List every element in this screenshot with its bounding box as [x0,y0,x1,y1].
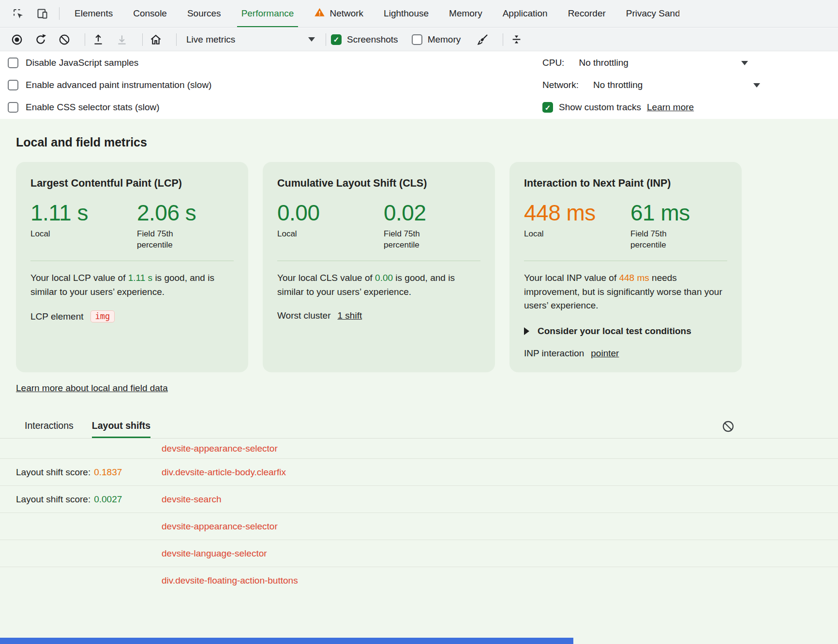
chevron-down-icon [308,37,315,42]
tab-memory[interactable]: Memory [439,0,493,28]
collect-garbage-icon[interactable] [508,31,524,48]
divider [326,33,326,46]
clear-icon[interactable] [56,31,73,48]
tab-sources[interactable]: Sources [177,0,231,28]
tab-performance[interactable]: Performance [231,0,304,28]
shifts-tabbar: Interactions Layout shifts [0,415,838,439]
inp-field-value: 61 ms [630,201,691,224]
inp-local-value: 448 ms [524,201,630,224]
inp-field-label: Field 75th percentile [630,229,691,251]
layout-shifts-table: devsite-appearance-selector Layout shift… [0,439,838,594]
inp-card-title: Interaction to Next Paint (INP) [524,177,727,190]
local-test-conditions-expander[interactable]: Consider your local test conditions [524,326,727,337]
worst-cluster-link[interactable]: 1 shift [338,310,362,321]
show-custom-tracks-label: Show custom tracks [559,102,641,113]
local-field-data-learn-more-link[interactable]: Learn more about local and field data [16,383,168,394]
css-selector-stats-checkbox[interactable] [8,102,18,113]
tab-layout-shifts[interactable]: Layout shifts [92,415,150,438]
cpu-label: CPU: [542,58,564,68]
cls-card: Cumulative Layout Shift (CLS) 0.00 Local… [263,162,495,372]
warning-icon [314,7,325,20]
screenshots-checkbox[interactable]: ✓ [331,34,342,45]
disable-js-samples-checkbox[interactable] [8,58,18,68]
cls-field-label: Field 75th percentile [384,229,444,251]
lcp-card: Largest Contentful Paint (LCP) 1.11 s Lo… [16,162,248,372]
lcp-element-node-link[interactable]: img [90,310,115,322]
table-row[interactable]: Layout shift score:0.0027 devsite-search [0,486,838,513]
advanced-paint-label: Enable advanced paint instrumentation (s… [26,80,211,90]
inp-description: Your local INP value of 448 ms needs imp… [524,271,727,313]
device-toolbar-icon[interactable] [33,5,51,22]
option-row: Enable CSS selector stats (slow) ✓ Show … [0,96,838,118]
table-row[interactable]: devsite-language-selector [0,540,838,567]
shift-score-value: 0.1837 [94,467,122,477]
shift-element-link[interactable]: devsite-appearance-selector [162,521,278,532]
table-row[interactable]: devsite-appearance-selector [0,513,838,540]
cpu-throttling-select[interactable]: CPU: No throttling [542,52,748,74]
screenshots-checkbox-group[interactable]: ✓ Screenshots [331,34,398,45]
divider [30,261,234,261]
lcp-field-value: 2.06 s [137,201,197,224]
tab-interactions[interactable]: Interactions [25,415,74,438]
record-icon[interactable] [9,31,25,48]
table-row[interactable]: Layout shift score:0.1837 div.devsite-ar… [0,459,838,486]
divider [524,261,727,261]
advanced-paint-checkbox[interactable] [8,80,18,90]
tab-recorder[interactable]: Recorder [558,0,616,28]
tab-network[interactable]: Network [304,0,374,28]
table-row[interactable]: devsite-appearance-selector [0,439,838,459]
divider [142,33,143,46]
network-throttling-select[interactable]: Network: No throttling [542,74,760,96]
shift-element-link[interactable]: devsite-language-selector [162,548,267,559]
lcp-local-label: Local [30,229,91,240]
custom-tracks-group: ✓ Show custom tracks Learn more [542,96,694,118]
worst-cluster-label: Worst cluster [277,310,331,321]
show-custom-tracks-checkbox[interactable]: ✓ [542,102,553,113]
tab-privacy-sandbox[interactable]: Privacy Sandbox [616,0,689,28]
shift-element-link[interactable]: devsite-appearance-selector [162,443,278,454]
shift-element-link[interactable]: div.devsite-floating-action-buttons [162,575,298,586]
option-row: Enable advanced paint instrumentation (s… [0,74,838,96]
inp-interaction-link[interactable]: pointer [591,348,619,359]
expand-triangle-icon [524,327,529,335]
home-icon[interactable] [148,31,164,48]
table-row[interactable]: div.devsite-floating-action-buttons [0,567,838,594]
load-profile-icon[interactable] [90,31,106,48]
cleanup-brush-icon[interactable] [474,31,491,48]
divider [59,7,60,20]
lcp-description: Your local LCP value of 1.11 s is good, … [30,271,234,299]
cpu-value: No throttling [579,58,628,68]
lcp-local-value: 1.11 s [30,201,137,224]
save-profile-icon[interactable] [114,31,130,48]
tab-console[interactable]: Console [123,0,177,28]
memory-checkbox-group[interactable]: Memory [412,34,461,45]
css-selector-stats-label: Enable CSS selector stats (slow) [26,102,160,113]
tab-lighthouse[interactable]: Lighthouse [374,0,439,28]
divider [277,261,480,261]
page-title: Local and field metrics [16,135,147,149]
clear-shifts-icon[interactable] [721,419,735,434]
custom-tracks-learn-more-link[interactable]: Learn more [647,102,694,113]
cls-local-value: 0.00 [277,201,384,224]
bottom-blue-bar [0,638,573,644]
inspect-element-icon[interactable] [9,5,27,22]
chevron-down-icon [741,61,748,65]
cls-field-value: 0.02 [384,201,444,224]
chevron-down-icon [753,83,760,88]
lcp-element-label: LCP element [30,311,84,322]
divider [85,33,85,46]
cls-description: Your local CLS value of 0.00 is good, an… [277,271,480,299]
network-value: No throttling [593,80,643,90]
cls-card-title: Cumulative Layout Shift (CLS) [277,177,480,190]
tab-application[interactable]: Application [493,0,558,28]
inp-card: Interaction to Next Paint (INP) 448 ms L… [509,162,742,372]
option-row: Disable JavaScript samples CPU: No throt… [0,52,838,74]
reload-record-icon[interactable] [32,31,49,48]
tab-elements[interactable]: Elements [64,0,123,28]
divider [176,33,177,46]
memory-checkbox[interactable] [412,34,422,45]
performance-toolbar: Live metrics ✓ Screenshots Memory [0,28,838,51]
shift-element-link[interactable]: devsite-search [162,494,222,505]
live-metrics-dropdown[interactable]: Live metrics [183,31,319,48]
shift-element-link[interactable]: div.devsite-article-body.clearfix [162,467,286,478]
